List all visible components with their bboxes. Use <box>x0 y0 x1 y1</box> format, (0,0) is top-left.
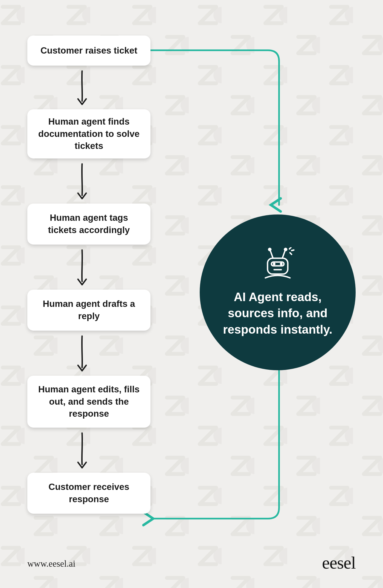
flow-step-6: Customer receives response <box>27 473 150 514</box>
svg-line-7 <box>270 251 273 258</box>
svg-line-11 <box>289 247 291 249</box>
flow-step-2: Human agent finds documentation to solve… <box>27 109 150 158</box>
svg-line-12 <box>292 250 294 251</box>
flow-step-4: Human agent drafts a reply <box>27 290 150 331</box>
arrow-2-3 <box>71 161 93 202</box>
flow-step-label: Human agent finds documentation to solve… <box>37 116 141 152</box>
flow-step-1: Customer raises ticket <box>27 36 150 66</box>
arrow-4-5 <box>71 333 93 374</box>
svg-point-17 <box>281 263 282 264</box>
connector-circle-to-bottom <box>142 366 295 536</box>
ai-agent-text: AI Agent reads, sources info, and respon… <box>211 289 345 337</box>
robot-icon <box>260 247 295 281</box>
flow-step-3: Human agent tags tickets accordingly <box>27 204 150 245</box>
svg-point-8 <box>269 248 271 251</box>
connector-top-to-circle <box>145 41 309 216</box>
svg-point-10 <box>285 248 287 251</box>
flow-step-label: Customer raises ticket <box>40 45 137 57</box>
svg-point-16 <box>274 263 275 264</box>
arrow-1-2 <box>71 68 93 108</box>
flow-step-label: Human agent tags tickets accordingly <box>37 212 141 236</box>
flow-step-label: Human agent edits, fills out, and sends … <box>37 383 141 420</box>
arrow-3-4 <box>71 247 93 288</box>
flow-step-label: Human agent drafts a reply <box>37 298 141 322</box>
flow-step-5: Human agent edits, fills out, and sends … <box>27 376 150 428</box>
svg-line-9 <box>282 251 285 258</box>
arrow-5-6 <box>71 430 93 471</box>
footer-url: www.eesel.ai <box>27 559 76 569</box>
footer-brand: eesel <box>322 553 356 573</box>
svg-line-13 <box>290 253 292 254</box>
ai-agent-circle: AI Agent reads, sources info, and respon… <box>200 214 356 370</box>
flow-step-label: Customer receives response <box>37 481 141 505</box>
